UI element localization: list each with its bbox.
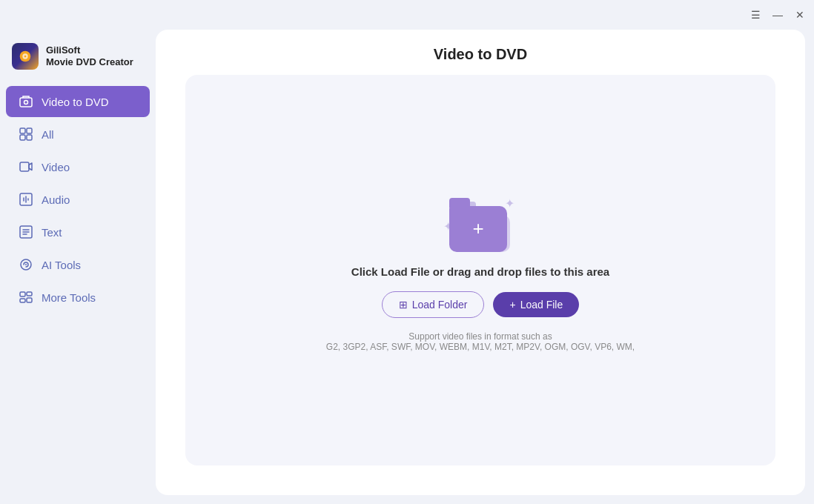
dvd-icon — [18, 93, 34, 110]
svg-rect-17 — [27, 298, 32, 302]
svg-rect-14 — [20, 292, 25, 296]
svg-rect-9 — [20, 162, 29, 171]
menu-button[interactable]: ☰ — [750, 10, 761, 20]
load-file-button[interactable]: + Load File — [493, 292, 579, 317]
svg-rect-3 — [20, 98, 32, 107]
svg-rect-16 — [27, 292, 32, 296]
svg-rect-8 — [27, 135, 32, 140]
svg-rect-5 — [20, 128, 25, 133]
sidebar-item-video[interactable]: Video — [6, 151, 150, 182]
load-folder-label: Load Folder — [412, 299, 468, 311]
folder-main: + — [449, 206, 507, 252]
svg-rect-7 — [20, 135, 25, 140]
sparkle-right-icon: ✦ — [505, 196, 514, 210]
folder-illustration: + ✦ ✦ — [443, 189, 517, 252]
close-button[interactable]: ✕ — [795, 10, 805, 20]
ai-icon — [18, 256, 34, 273]
load-folder-button[interactable]: ⊞ Load Folder — [382, 291, 485, 318]
more-tools-icon — [18, 289, 34, 305]
sidebar-item-ai-tools[interactable]: AI Tools — [6, 249, 150, 280]
sidebar-label-ai-tools: AI Tools — [42, 259, 81, 271]
content-area: Video to DVD + ✦ ✦ Click Load File or dr… — [156, 30, 805, 495]
text-icon — [18, 224, 34, 240]
load-file-icon: + — [509, 299, 515, 311]
sidebar-item-text[interactable]: Text — [6, 216, 150, 248]
svg-point-4 — [24, 101, 28, 105]
sidebar-label-more-tools: More Tools — [42, 291, 96, 304]
sidebar-label-all: All — [42, 128, 54, 141]
app-name-text: GiliSoft Movie DVD Creator — [46, 44, 133, 67]
sidebar-item-more-tools[interactable]: More Tools — [6, 282, 150, 313]
svg-rect-15 — [20, 299, 25, 302]
sidebar-item-audio[interactable]: Audio — [6, 184, 150, 215]
drop-hint-text: Click Load File or drag and drop files t… — [351, 265, 609, 278]
sidebar-item-video-to-dvd[interactable]: Video to DVD — [6, 86, 150, 117]
app-container: GiliSoft Movie DVD Creator Video to DVD — [0, 30, 814, 504]
drop-zone[interactable]: + ✦ ✦ Click Load File or drag and drop f… — [185, 75, 775, 465]
all-icon — [18, 126, 34, 142]
svg-point-2 — [24, 56, 27, 58]
titlebar: ☰ — ✕ — [0, 0, 814, 30]
sidebar-item-all[interactable]: All — [6, 119, 150, 150]
app-logo-icon — [12, 43, 39, 70]
minimize-button[interactable]: — — [772, 10, 783, 20]
svg-point-13 — [25, 264, 27, 265]
app-logo: GiliSoft Movie DVD Creator — [0, 37, 156, 84]
load-folder-icon: ⊞ — [399, 299, 408, 311]
folder-plus-icon: + — [472, 217, 483, 240]
svg-rect-6 — [27, 128, 32, 133]
sidebar-label-video-to-dvd: Video to DVD — [42, 96, 109, 108]
audio-icon — [18, 191, 34, 208]
sidebar-label-text: Text — [42, 226, 62, 239]
support-text: Support video files in format such as G2… — [326, 331, 635, 352]
load-file-label: Load File — [520, 299, 563, 311]
sidebar: GiliSoft Movie DVD Creator Video to DVD — [0, 30, 156, 504]
sidebar-label-video: Video — [42, 161, 70, 173]
button-row: ⊞ Load Folder + Load File — [382, 291, 580, 318]
page-title: Video to DVD — [156, 30, 805, 75]
video-icon — [18, 159, 34, 175]
sidebar-label-audio: Audio — [42, 193, 70, 206]
